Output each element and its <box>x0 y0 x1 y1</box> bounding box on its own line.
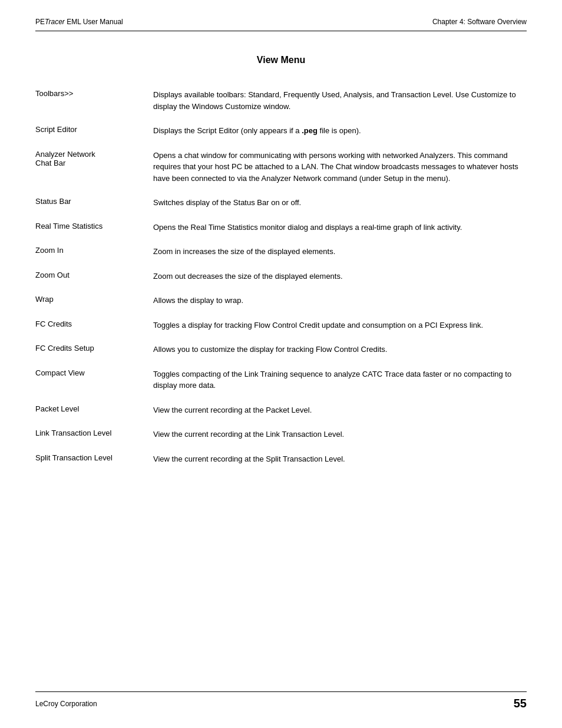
term-cell: Toolbars>> <box>35 89 153 125</box>
term-cell: Zoom In <box>35 246 153 271</box>
header-right: Chapter 4: Software Overview <box>432 18 527 26</box>
table-row: Analyzer Network Chat BarOpens a chat wi… <box>35 150 527 197</box>
table-row: Packet LevelView the current recording a… <box>35 404 527 429</box>
description-cell: Allows the display to wrap. <box>153 295 527 319</box>
term-cell: Wrap <box>35 295 153 319</box>
description-cell: Zoom out decreases the size of the displ… <box>153 271 527 295</box>
term-cell: FC Credits Setup <box>35 344 153 368</box>
table-row: Zoom InZoom in increases the size of the… <box>35 246 527 271</box>
table-row: FC Credits SetupAllows you to customize … <box>35 344 527 368</box>
page-footer: LeCroy Corporation 55 <box>35 691 527 710</box>
description-cell: View the current recording at the Split … <box>153 453 527 478</box>
description-cell: View the current recording at the Packet… <box>153 404 527 429</box>
table-row: WrapAllows the display to wrap. <box>35 295 527 319</box>
term-cell: FC Credits <box>35 319 153 344</box>
page-header: PETracer EML User Manual Chapter 4: Soft… <box>35 18 527 31</box>
header-brand-italic: Tracer <box>45 18 65 26</box>
term-cell: Zoom Out <box>35 271 153 295</box>
description-cell: Opens the Real Time Statistics monitor d… <box>153 222 527 246</box>
description-cell: Displays the Script Editor (only appears… <box>153 125 527 150</box>
description-cell: Allows you to customize the display for … <box>153 344 527 368</box>
term-cell: Real Time Statistics <box>35 222 153 246</box>
term-cell: Compact View <box>35 368 153 404</box>
table-row: Real Time StatisticsOpens the Real Time … <box>35 222 527 246</box>
term-cell: Packet Level <box>35 404 153 429</box>
table-row: Zoom OutZoom out decreases the size of t… <box>35 271 527 295</box>
page-title: View Menu <box>35 55 527 65</box>
term-cell: Split Transaction Level <box>35 453 153 478</box>
table-row: Compact ViewToggles compacting of the Li… <box>35 368 527 404</box>
table-row: Toolbars>>Displays available toolbars: S… <box>35 89 527 125</box>
table-row: Split Transaction LevelView the current … <box>35 453 527 478</box>
description-cell: View the current recording at the Link T… <box>153 429 527 453</box>
footer-company: LeCroy Corporation <box>35 700 97 708</box>
header-brand-suffix: EML User Manual <box>65 18 123 26</box>
table-row: Status BarSwitches display of the Status… <box>35 197 527 222</box>
term-cell: Analyzer Network Chat Bar <box>35 150 153 197</box>
table-row: Script EditorDisplays the Script Editor … <box>35 125 527 150</box>
description-cell: Toggles compacting of the Link Training … <box>153 368 527 404</box>
term-cell: Script Editor <box>35 125 153 150</box>
description-cell: Toggles a display for tracking Flow Cont… <box>153 319 527 344</box>
description-cell: Zoom in increases the size of the displa… <box>153 246 527 271</box>
header-left: PETracer EML User Manual <box>35 18 123 26</box>
footer-page-number: 55 <box>514 697 527 710</box>
term-cell: Status Bar <box>35 197 153 222</box>
page-container: PETracer EML User Manual Chapter 4: Soft… <box>0 0 562 728</box>
content-table: Toolbars>>Displays available toolbars: S… <box>35 89 527 477</box>
table-row: FC CreditsToggles a display for tracking… <box>35 319 527 344</box>
description-cell: Displays available toolbars: Standard, F… <box>153 89 527 125</box>
header-brand-prefix: PE <box>35 18 45 26</box>
table-row: Link Transaction LevelView the current r… <box>35 429 527 453</box>
description-cell: Opens a chat window for communicating wi… <box>153 150 527 197</box>
term-cell: Link Transaction Level <box>35 429 153 453</box>
description-cell: Switches display of the Status Bar on or… <box>153 197 527 222</box>
